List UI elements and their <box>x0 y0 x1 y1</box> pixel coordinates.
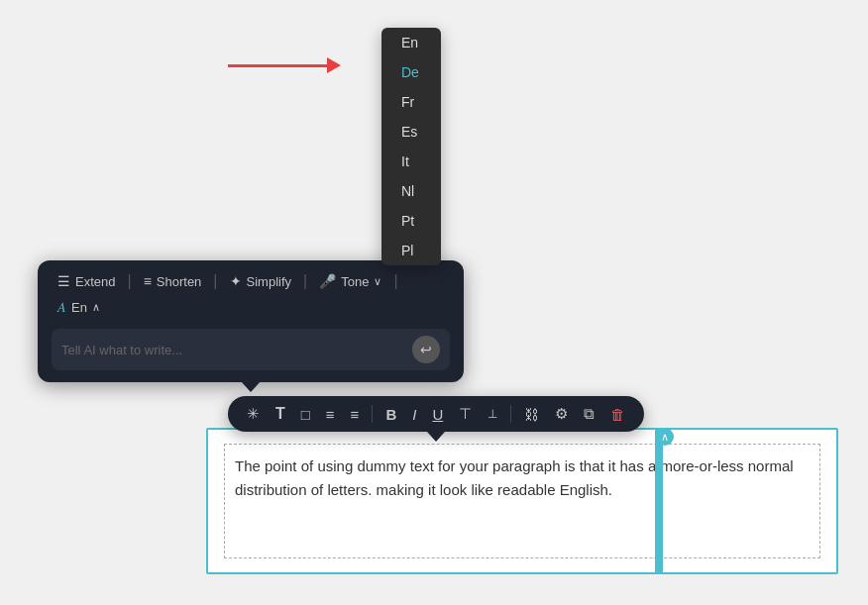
fmt-superscript[interactable]: ⊤ <box>456 403 475 425</box>
scroll-up-icon: ∧ <box>661 431 669 444</box>
lang-it[interactable]: It <box>381 147 441 176</box>
extend-label: Extend <box>75 274 115 289</box>
simplify-icon: ✦ <box>230 273 242 289</box>
tone-icon: 🎤 <box>319 273 336 289</box>
arrow-head <box>327 57 341 73</box>
ai-prompt-input[interactable] <box>61 343 412 357</box>
lang-nl[interactable]: Nl <box>381 176 441 206</box>
lang-pl[interactable]: Pl <box>381 236 441 265</box>
ai-send-button[interactable]: ↩ <box>412 336 440 363</box>
text-editor-inner: The point of using dummy text for your p… <box>224 444 820 558</box>
fmt-text[interactable]: T <box>272 403 288 425</box>
tone-chevron: ∨ <box>374 275 381 288</box>
en-button[interactable]: 𝐴 En ∧ <box>52 296 106 319</box>
fmt-align-center[interactable]: ≡ <box>348 404 363 425</box>
lang-pt[interactable]: Pt <box>381 206 441 236</box>
resize-handle[interactable] <box>655 428 663 574</box>
simplify-label: Simplify <box>247 274 292 289</box>
fmt-italic[interactable]: I <box>409 404 419 425</box>
fmt-separator-1 <box>372 405 373 423</box>
translate-icon: 𝐴 <box>57 299 66 316</box>
send-icon: ↩ <box>420 342 432 357</box>
divider-2: | <box>213 272 217 290</box>
fmt-bold[interactable]: B <box>382 404 399 425</box>
lang-es[interactable]: Es <box>381 117 441 147</box>
fmt-link[interactable]: ⛓ <box>521 404 542 425</box>
format-toolbar: ✳ T □ ≡ ≡ B I U ⊤ ⊥ ⛓ ⚙ ⧉ 🗑 <box>228 396 644 432</box>
fmt-move[interactable]: ✳ <box>244 403 263 425</box>
divider-4: | <box>393 272 397 290</box>
divider-3: | <box>303 272 307 290</box>
divider-1: | <box>127 272 131 290</box>
ai-panel: ☰ Extend | ≡ Shorten | ✦ Simplify | 🎤 To… <box>38 260 464 382</box>
tone-button[interactable]: 🎤 Tone ∨ <box>313 270 387 292</box>
tone-label: Tone <box>341 274 369 289</box>
scroll-up-button[interactable]: ∧ <box>656 428 674 446</box>
text-editor[interactable]: The point of using dummy text for your p… <box>206 428 838 574</box>
arrow-indicator <box>228 57 341 73</box>
lang-de[interactable]: De <box>381 57 441 87</box>
ai-toolbar: ☰ Extend | ≡ Shorten | ✦ Simplify | 🎤 To… <box>52 270 450 319</box>
arrow-line <box>228 64 327 67</box>
fmt-duplicate[interactable]: ⧉ <box>581 403 597 425</box>
shorten-button[interactable]: ≡ Shorten <box>138 270 208 292</box>
en-chevron: ∧ <box>92 301 100 314</box>
fmt-subscript[interactable]: ⊥ <box>485 405 500 423</box>
en-label: En <box>71 300 87 315</box>
fmt-separator-2 <box>510 405 511 423</box>
editor-content: The point of using dummy text for your p… <box>235 457 794 498</box>
fmt-settings[interactable]: ⚙ <box>552 403 571 425</box>
shorten-icon: ≡ <box>144 273 152 289</box>
lang-en[interactable]: En <box>381 28 441 57</box>
extend-icon: ☰ <box>57 273 70 289</box>
simplify-button[interactable]: ✦ Simplify <box>224 270 298 292</box>
language-dropdown: En De Fr Es It Nl Pt Pl <box>381 28 441 265</box>
fmt-underline[interactable]: U <box>429 404 446 425</box>
fmt-delete[interactable]: 🗑 <box>607 404 628 425</box>
fmt-align-left[interactable]: ≡ <box>323 404 338 425</box>
lang-fr[interactable]: Fr <box>381 87 441 117</box>
ai-input-row: ↩ <box>52 329 450 370</box>
extend-button[interactable]: ☰ Extend <box>52 270 121 292</box>
fmt-block[interactable]: □ <box>298 404 313 425</box>
shorten-label: Shorten <box>157 274 202 289</box>
